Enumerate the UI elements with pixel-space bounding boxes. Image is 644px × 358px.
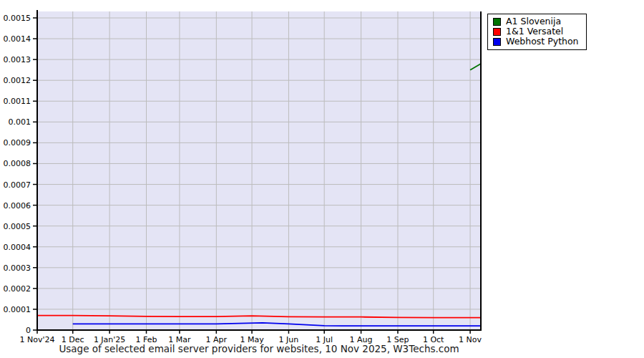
- legend-swatch-icon: [493, 28, 501, 36]
- legend-item-label: Webhost Python: [506, 37, 579, 47]
- y-axis-tick-label: 0.0009: [4, 138, 31, 147]
- y-axis-tick-label: 0.0013: [4, 55, 31, 64]
- legend-item: 1&1 Versatel: [493, 26, 579, 37]
- legend-item: Webhost Python: [493, 37, 579, 47]
- y-axis-tick-label: 0.0007: [4, 180, 31, 190]
- y-axis-tick-label: 0.0015: [4, 14, 31, 23]
- legend-item: A1 Slovenija: [493, 16, 579, 26]
- y-axis-tick-label: 0.0011: [4, 97, 31, 106]
- chart-caption: Usage of selected email server providers…: [37, 343, 481, 354]
- legend-swatch-icon: [493, 38, 501, 46]
- y-axis-tick-label: 0.001: [9, 117, 31, 127]
- legend-item-label: 1&1 Versatel: [506, 26, 563, 37]
- w3techs-usage-chart: 00.00010.00020.00030.00040.00050.00060.0…: [0, 0, 644, 358]
- legend-swatch-icon: [493, 18, 501, 26]
- y-axis-tick-label: 0: [26, 326, 31, 335]
- y-axis-tick-label: 0.0006: [4, 201, 31, 211]
- y-axis-tick-label: 0.0012: [4, 76, 31, 85]
- y-axis-tick-label: 0.0014: [4, 34, 31, 44]
- y-axis-tick-label: 0.0002: [4, 284, 31, 294]
- y-axis-tick-label: 0.0003: [4, 263, 31, 273]
- legend-item-label: A1 Slovenija: [506, 16, 561, 26]
- y-axis-tick-label: 0.0001: [4, 305, 31, 314]
- y-axis-tick-label: 0.0004: [4, 243, 31, 252]
- usage-line-chart-canvas: 00.00010.00020.00030.00040.00050.00060.0…: [0, 0, 644, 358]
- y-axis-tick-label: 0.0008: [4, 159, 31, 168]
- chart-legend: A1 Slovenija1&1 VersatelWebhost Python: [487, 14, 587, 50]
- y-axis-tick-label: 0.0005: [4, 222, 31, 231]
